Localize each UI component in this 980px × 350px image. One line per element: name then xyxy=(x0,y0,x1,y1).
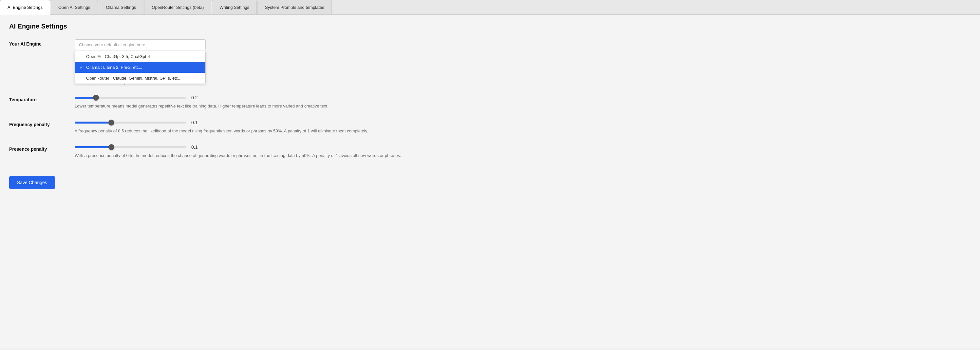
main-content: AI Engine Settings Your AI Engine Choose… xyxy=(0,15,980,348)
frequency-penalty-slider-track[interactable] xyxy=(75,122,186,124)
dropdown-option-openrouter[interactable]: OpenRouter : Claude, Gemini, Mistral, GP… xyxy=(75,73,205,84)
tab-open-ai[interactable]: Open AI Settings xyxy=(51,0,98,14)
dropdown-option-openrouter-label: OpenRouter : Claude, Gemini, Mistral, GP… xyxy=(86,76,181,81)
ai-engine-dropdown-overlay: Open Ai : ChatGpt-3.5, ChatGpt-4 ✓ Ollam… xyxy=(75,51,206,84)
tab-writing[interactable]: Writing Settings xyxy=(212,0,257,14)
frequency-penalty-slider-thumb[interactable] xyxy=(108,119,114,126)
presence-penalty-slider-row: 0.1 xyxy=(75,145,971,150)
temperature-value: 0.2 xyxy=(191,95,201,100)
tabs-bar: AI Engine Settings Open AI Settings Olla… xyxy=(0,0,980,15)
temperature-slider-thumb[interactable] xyxy=(93,95,99,100)
tab-system-prompts[interactable]: System Prompts and templates xyxy=(258,0,332,14)
presence-penalty-description: With a presence penalty of 0.5, the mode… xyxy=(75,153,971,159)
temperature-control: 0.2 Lower temperature means model genera… xyxy=(75,95,971,110)
dropdown-option-openai[interactable]: Open Ai : ChatGpt-3.5, ChatGpt-4 xyxy=(75,51,205,62)
presence-penalty-slider-track[interactable] xyxy=(75,146,186,148)
presence-penalty-row: Presence penalty 0.1 With a presence pen… xyxy=(9,145,971,159)
ai-engine-placeholder-hint: Choose your default ai engine here xyxy=(75,80,971,84)
tab-openrouter[interactable]: OpenRouter Settings (beta) xyxy=(144,0,211,14)
ai-engine-row: Your AI Engine Choose your default ai en… xyxy=(9,39,971,84)
temperature-row: Temparature 0.2 Lower temperature means … xyxy=(9,95,971,110)
frequency-penalty-label: Frequency penalty xyxy=(9,120,75,127)
dropdown-option-openai-label: Open Ai : ChatGpt-3.5, ChatGpt-4 xyxy=(86,54,150,59)
page-title: AI Engine Settings xyxy=(9,22,971,30)
tab-ai-engine[interactable]: AI Engine Settings xyxy=(0,0,50,15)
presence-penalty-control: 0.1 With a presence penalty of 0.5, the … xyxy=(75,145,971,159)
temperature-description: Lower temperature means model generates … xyxy=(75,103,971,110)
ai-engine-control: Choose your default ai engine here Open … xyxy=(75,39,971,84)
frequency-penalty-slider-row: 0.1 xyxy=(75,120,971,125)
temperature-label: Temparature xyxy=(9,95,75,102)
frequency-penalty-control: 0.1 A frequency penalty of 0.5 reduces t… xyxy=(75,120,971,134)
checkmark-openrouter xyxy=(80,76,84,81)
frequency-penalty-value: 0.1 xyxy=(191,120,201,125)
dropdown-option-ollama-label: Ollama : Llama 2, Phi-2, etc... xyxy=(86,65,142,70)
ai-engine-dropdown-container[interactable]: Choose your default ai engine here Open … xyxy=(75,39,206,50)
app-container: AI Engine Settings Open AI Settings Olla… xyxy=(0,0,980,350)
presence-penalty-slider-fill xyxy=(75,146,111,148)
ai-engine-select[interactable]: Choose your default ai engine here xyxy=(75,39,206,50)
frequency-penalty-description: A frequency penalty of 0.5 reduces the l… xyxy=(75,128,971,134)
presence-penalty-value: 0.1 xyxy=(191,145,201,150)
save-button[interactable]: Save Changes xyxy=(9,176,55,189)
frequency-penalty-row: Frequency penalty 0.1 A frequency penalt… xyxy=(9,120,971,134)
presence-penalty-label: Presence penalty xyxy=(9,145,75,152)
frequency-penalty-slider-fill xyxy=(75,122,111,124)
dropdown-option-ollama[interactable]: ✓ Ollama : Llama 2, Phi-2, etc... xyxy=(75,62,205,73)
temperature-slider-track[interactable] xyxy=(75,97,186,99)
tab-ollama[interactable]: Ollama Settings xyxy=(99,0,144,14)
checkmark-ollama: ✓ xyxy=(80,65,84,70)
ai-engine-label: Your AI Engine xyxy=(9,39,75,46)
temperature-slider-row: 0.2 xyxy=(75,95,971,100)
presence-penalty-slider-thumb[interactable] xyxy=(108,144,114,150)
checkmark-openai xyxy=(80,54,84,59)
